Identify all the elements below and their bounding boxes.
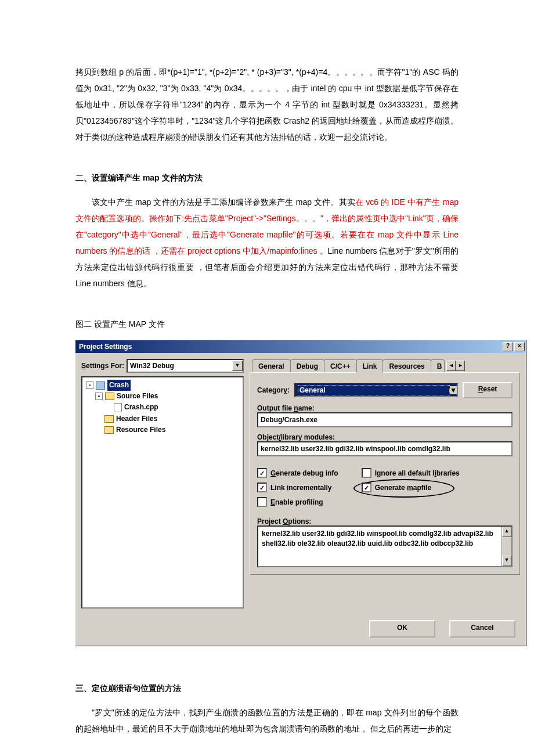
scroll-down-icon[interactable]: ▼ bbox=[502, 556, 511, 566]
label-ignore-libs: Ignore all default libraries bbox=[375, 469, 460, 477]
project-settings-dialog: Project Settings ? × Settings For: Win32… bbox=[75, 340, 526, 646]
project-tree[interactable]: -Crash -Source Files Crash.cpp Header Fi… bbox=[81, 376, 244, 609]
tab-debug[interactable]: Debug bbox=[290, 359, 324, 372]
settings-for-value: Win32 Debug bbox=[130, 362, 174, 370]
label-enable-profiling: Enable profiling bbox=[270, 498, 323, 506]
cancel-button[interactable]: Cancel bbox=[449, 620, 515, 638]
folder-icon bbox=[104, 415, 114, 423]
paragraph-3: "罗文"所述的定位方法中，找到产生崩溃的函数位置的方法是正确的，即在 map 文… bbox=[75, 704, 459, 737]
category-value: General bbox=[298, 385, 450, 395]
folder-icon bbox=[104, 426, 114, 434]
checkbox-gen-debug[interactable] bbox=[257, 468, 267, 478]
ok-button[interactable]: OK bbox=[369, 620, 435, 638]
output-file-input[interactable]: Debug/Crash.exe bbox=[257, 412, 513, 427]
tab-bar: General Debug C/C++ Link Resources B ◄ ► bbox=[250, 359, 520, 373]
tree-resource-files[interactable]: Resource Files bbox=[116, 424, 165, 435]
project-options-value: kernel32.lib user32.lib gdi32.lib winspo… bbox=[262, 530, 493, 548]
category-combo[interactable]: General ▼ bbox=[294, 383, 458, 397]
objlib-input[interactable]: kernel32.lib user32.lib gdi32.lib winspo… bbox=[257, 441, 513, 456]
figure-caption: 图二 设置产生 MAP 文件 bbox=[75, 316, 459, 332]
tab-cpp[interactable]: C/C++ bbox=[324, 359, 357, 372]
objlib-label: Object/library modules: bbox=[257, 433, 513, 441]
checkbox-ignore-libs[interactable] bbox=[362, 468, 371, 478]
p2-text-a: 该文中产生 map 文件的方法是手工添加编译参数来产生 map 文件。其实 bbox=[92, 197, 355, 207]
file-icon bbox=[114, 403, 122, 412]
tree-header-files[interactable]: Header Files bbox=[116, 413, 157, 424]
tab-build-truncated[interactable]: B bbox=[431, 359, 445, 372]
settings-for-combo[interactable]: Win32 Debug ▼ bbox=[127, 359, 244, 373]
checkbox-link-incr[interactable] bbox=[257, 483, 267, 492]
tab-scroll-right[interactable]: ► bbox=[456, 361, 465, 371]
tab-resources[interactable]: Resources bbox=[383, 359, 431, 372]
dialog-title: Project Settings bbox=[79, 343, 132, 351]
heading-2: 二、设置编译产生 map 文件的方法 bbox=[75, 170, 459, 186]
tree-root[interactable]: Crash bbox=[107, 380, 131, 391]
link-tab-page: Category: General ▼ Reset Output file na… bbox=[250, 372, 520, 575]
annotation-circle bbox=[353, 479, 454, 498]
tab-general[interactable]: General bbox=[252, 359, 291, 372]
chevron-down-icon[interactable]: ▼ bbox=[450, 386, 457, 394]
dialog-titlebar: Project Settings ? × bbox=[75, 340, 526, 353]
collapse-icon[interactable]: - bbox=[86, 381, 93, 389]
reset-button[interactable]: Reset bbox=[463, 382, 513, 398]
tree-source-files[interactable]: Source Files bbox=[117, 391, 158, 402]
scrollbar[interactable]: ▲ ▼ bbox=[501, 527, 511, 566]
project-icon bbox=[96, 381, 105, 390]
project-options-input[interactable]: kernel32.lib user32.lib gdi32.lib winspo… bbox=[257, 525, 513, 567]
scroll-up-icon[interactable]: ▲ bbox=[502, 527, 511, 537]
label-gen-debug: Generate debug info bbox=[270, 469, 338, 477]
project-options-label: Project Options: bbox=[257, 517, 513, 525]
category-label: Category: bbox=[257, 386, 290, 394]
close-button[interactable]: × bbox=[514, 342, 525, 351]
folder-icon bbox=[105, 393, 114, 400]
tab-scroll-left[interactable]: ◄ bbox=[446, 361, 456, 371]
chevron-down-icon[interactable]: ▼ bbox=[232, 361, 243, 371]
label-link-incr: Link incrementally bbox=[270, 484, 331, 492]
paragraph-2: 该文中产生 map 文件的方法是手工添加编译参数来产生 map 文件。其实在 v… bbox=[75, 194, 459, 291]
help-button[interactable]: ? bbox=[503, 342, 513, 351]
tab-link[interactable]: Link bbox=[356, 359, 384, 373]
heading-3: 三、定位崩溃语句位置的方法 bbox=[75, 680, 459, 696]
tree-crash-cpp[interactable]: Crash.cpp bbox=[124, 402, 158, 413]
collapse-icon[interactable]: - bbox=[95, 393, 103, 400]
output-file-label: Output file name: bbox=[257, 404, 513, 412]
checkbox-enable-profiling[interactable] bbox=[257, 497, 267, 507]
settings-for-label: Settings For: bbox=[81, 362, 124, 370]
paragraph-1: 拷贝到数组 p 的后面，即*(p+1)="1", *(p+2)="2", * (… bbox=[75, 64, 459, 145]
